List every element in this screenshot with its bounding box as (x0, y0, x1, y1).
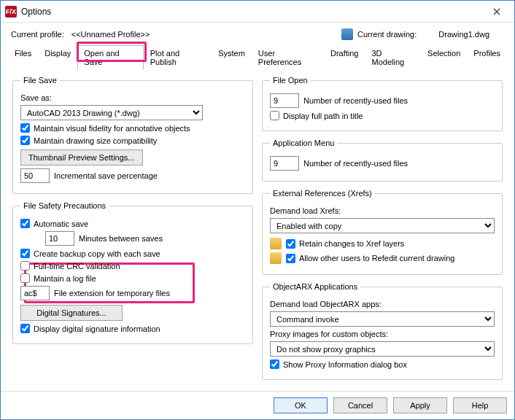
xref-icon (270, 238, 282, 249)
tab-selection[interactable]: Selection (421, 45, 467, 70)
retain-xref-checkbox[interactable]: Retain changes to Xref layers (286, 239, 404, 249)
recent-files-label: Number of recently-used files (303, 96, 408, 105)
group-file-save: File Save Save as: AutoCAD 2013 Drawing … (12, 76, 253, 194)
automatic-save-checkbox[interactable]: Automatic save (20, 219, 88, 228)
apply-button[interactable]: Apply (393, 397, 447, 413)
create-backup-checkbox[interactable]: Create backup copy with each save (20, 249, 160, 258)
current-drawing-value: Drawing1.dwg (438, 30, 489, 39)
legend-file-open: File Open (270, 76, 311, 85)
current-drawing-label: Current drawing: (357, 30, 417, 39)
tab-user-preferences[interactable]: User Preferences (252, 45, 324, 70)
legend-objectarx: ObjectARX Applications (270, 282, 360, 291)
tab-bar: Files Display Open and Save Plot and Pub… (8, 44, 507, 70)
thumbnail-preview-button[interactable]: Thumbnail Preview Settings... (20, 149, 143, 166)
ok-button[interactable]: OK (274, 397, 328, 413)
crc-validation-checkbox[interactable]: Full-time CRC validation (20, 261, 120, 271)
proxy-images-label: Proxy images for custom objects: (270, 330, 388, 338)
current-profile-value: <<Unnamed Profile>> (71, 30, 150, 39)
minutes-between-saves-input[interactable] (45, 231, 74, 246)
group-objectarx: ObjectARX Applications Demand load Objec… (262, 282, 503, 380)
help-button[interactable]: Help (453, 397, 507, 413)
full-path-checkbox[interactable]: Display full path in title (270, 111, 363, 120)
maintain-size-checkbox[interactable]: Maintain drawing size compatibility (20, 136, 157, 145)
window-title: Options (21, 7, 482, 17)
maintain-visual-checkbox[interactable]: Maintain visual fidelity for annotative … (20, 123, 190, 133)
tab-display[interactable]: Display (38, 45, 77, 70)
tab-files[interactable]: Files (8, 45, 38, 70)
proxy-images-select[interactable]: Do not show proxy graphics (270, 341, 495, 357)
profile-row: Current profile: <<Unnamed Profile>> Cur… (8, 26, 507, 44)
allow-refedit-checkbox[interactable]: Allow other users to Refedit current dra… (286, 254, 454, 263)
dialog-buttons: OK Cancel Apply Help (1, 391, 514, 419)
display-signature-checkbox[interactable]: Display digital signature information (20, 324, 160, 333)
tab-profiles[interactable]: Profiles (467, 45, 507, 70)
save-as-select[interactable]: AutoCAD 2013 Drawing (*.dwg) (20, 105, 203, 120)
show-proxy-dialog-checkbox[interactable]: Show Proxy Information dialog box (270, 359, 407, 369)
group-file-open: File Open Number of recently-used files … (262, 76, 503, 131)
minutes-between-saves-label: Minutes between saves (79, 234, 163, 243)
tab-open-and-save[interactable]: Open and Save (77, 45, 143, 70)
tab-drafting[interactable]: Drafting (324, 45, 365, 70)
demand-load-arx-select[interactable]: Command invoke (270, 311, 495, 327)
options-dialog: F/X Options Current profile: <<Unnamed P… (0, 0, 515, 420)
group-xrefs: External References (Xrefs) Demand load … (262, 189, 503, 275)
temp-file-ext-input[interactable] (20, 286, 50, 300)
drawing-icon (341, 28, 353, 40)
cancel-button[interactable]: Cancel (333, 397, 387, 413)
save-as-label: Save as: (20, 93, 52, 102)
legend-file-safety: File Safety Precautions (20, 201, 109, 210)
close-icon (493, 8, 500, 15)
recent-files-input[interactable] (270, 93, 299, 108)
titlebar: F/X Options (1, 1, 514, 23)
demand-load-xrefs-label: Demand load Xrefs: (270, 206, 341, 215)
group-application-menu: Application Menu Number of recently-used… (262, 139, 503, 182)
temp-file-ext-label: File extension for temporary files (54, 289, 170, 298)
xref-icon-2 (270, 252, 282, 264)
tab-3d-modeling[interactable]: 3D Modeling (365, 45, 422, 70)
group-file-safety: File Safety Precautions Automatic save M… (12, 201, 253, 344)
legend-xrefs: External References (Xrefs) (270, 189, 375, 198)
tab-plot-and-publish[interactable]: Plot and Publish (144, 45, 212, 70)
demand-load-xrefs-select[interactable]: Enabled with copy (270, 218, 495, 233)
current-profile-label: Current profile: (11, 30, 64, 39)
app-menu-recent-input[interactable] (270, 156, 299, 171)
legend-file-save: File Save (20, 76, 60, 85)
tab-system[interactable]: System (212, 45, 252, 70)
digital-signatures-button[interactable]: Digital Signatures... (20, 305, 123, 321)
maintain-log-checkbox[interactable]: Maintain a log file (20, 273, 96, 283)
demand-load-arx-label: Demand load ObjectARX apps: (270, 300, 382, 308)
incremental-save-input[interactable] (20, 168, 50, 183)
incremental-save-label: Incremental save percentage (54, 171, 158, 180)
legend-app-menu: Application Menu (270, 139, 337, 147)
app-icon: F/X (5, 6, 17, 18)
app-menu-recent-label: Number of recently-used files (303, 159, 408, 168)
close-button[interactable] (482, 1, 511, 22)
